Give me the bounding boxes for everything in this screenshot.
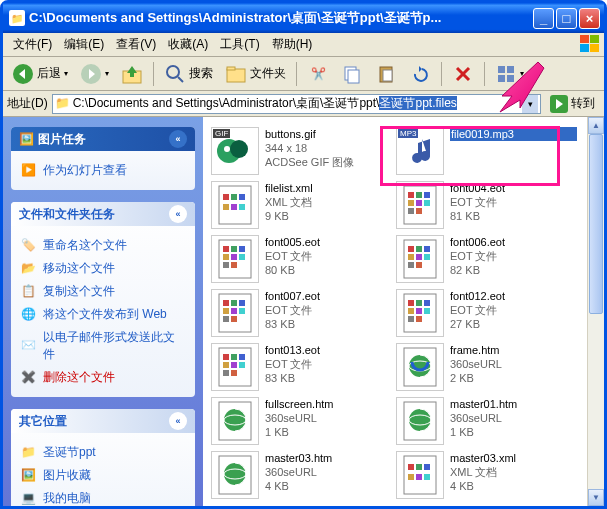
file-item[interactable]: GIFbuttons.gif344 x 18ACDSee GIF 图像 [209,125,394,179]
svg-rect-64 [231,308,237,314]
move-link[interactable]: 📂移动这个文件 [21,257,185,280]
pictures-link[interactable]: 🖼️图片收藏 [21,464,185,487]
menubar: 文件(F) 编辑(E) 查看(V) 收藏(A) 工具(T) 帮助(H) [3,33,604,57]
file-item[interactable]: font006.eotEOT 文件82 KB [394,233,579,287]
svg-rect-104 [424,474,430,480]
scroll-thumb[interactable] [589,134,603,314]
file-thumbnail [211,451,259,499]
svg-rect-103 [416,474,422,480]
other-places-header[interactable]: 其它位置 « [11,409,195,433]
delete-icon [452,63,474,85]
collapse-icon: « [169,412,187,430]
menu-help[interactable]: 帮助(H) [266,34,319,55]
cut-button[interactable]: ✂️ [302,60,334,88]
minimize-button[interactable]: _ [533,8,554,29]
svg-rect-76 [416,316,422,322]
menu-file[interactable]: 文件(F) [7,34,58,55]
file-tasks-header[interactable]: 文件和文件夹任务 « [11,202,195,226]
forward-button[interactable]: ▾ [75,60,114,88]
address-dropdown-icon[interactable]: ▾ [522,95,538,113]
delete-link[interactable]: ✖️删除这个文件 [21,366,185,389]
file-thumbnail [211,343,259,391]
view-slideshow-link[interactable]: ▶️作为幻灯片查看 [21,159,185,182]
file-meta: filelist.xmlXML 文档9 KB [265,181,392,231]
file-item[interactable]: font012.eotEOT 文件27 KB [394,287,579,341]
svg-point-23 [230,140,248,158]
file-type: 4 KB [450,479,577,493]
my-computer-link[interactable]: 💻我的电脑 [21,487,185,506]
svg-rect-63 [223,308,229,314]
file-type: ACDSee GIF 图像 [265,155,392,169]
file-type: 82 KB [450,263,577,277]
publish-icon: 🌐 [21,307,37,323]
file-item[interactable]: font013.eotEOT 文件83 KB [209,341,394,395]
svg-rect-31 [239,204,245,210]
svg-rect-81 [223,362,229,368]
address-input[interactable]: 📁 C:\Documents and Settings\Administrato… [52,94,541,114]
file-dimensions: EOT 文件 [450,195,577,209]
delete-button[interactable] [447,60,479,88]
svg-rect-42 [223,246,229,252]
scroll-up-button[interactable]: ▲ [588,117,604,134]
file-dimensions: XML 文档 [265,195,392,209]
file-item[interactable]: frame.htm360seURL2 KB [394,341,579,395]
file-item[interactable]: font007.eotEOT 文件83 KB [209,287,394,341]
maximize-button[interactable]: □ [556,8,577,29]
parent-folder-link[interactable]: 📁圣诞节ppt [21,441,185,464]
file-item[interactable]: MP3file0019.mp3 [394,125,579,179]
file-name: fullscreen.htm [265,397,392,411]
file-name: buttons.gif [265,127,392,141]
paste-button[interactable] [370,60,402,88]
collapse-icon: « [169,205,187,223]
svg-rect-65 [239,308,245,314]
file-thumbnail [396,235,444,283]
file-name: master01.htm [450,397,577,411]
file-dimensions: XML 文档 [450,465,577,479]
rename-link[interactable]: 🏷️重命名这个文件 [21,234,185,257]
menu-view[interactable]: 查看(V) [110,34,162,55]
views-button[interactable]: ▾ [490,60,529,88]
file-item[interactable]: fullscreen.htm360seURL1 KB [209,395,394,449]
back-button[interactable]: 后退 ▾ [7,60,73,88]
menu-tools[interactable]: 工具(T) [214,34,265,55]
undo-button[interactable] [404,60,436,88]
svg-rect-99 [408,464,414,470]
file-tasks-box: 文件和文件夹任务 « 🏷️重命名这个文件 📂移动这个文件 📋复制这个文件 🌐将这… [11,202,195,397]
search-button[interactable]: 搜索 [159,60,218,88]
file-item[interactable]: font004.eotEOT 文件81 KB [394,179,579,233]
file-name: font012.eot [450,289,577,303]
svg-rect-72 [408,308,414,314]
other-places-box: 其它位置 « 📁圣诞节ppt 🖼️图片收藏 💻我的电脑 🖧网上邻居 [11,409,195,506]
folders-label: 文件夹 [250,65,286,82]
folders-button[interactable]: 文件夹 [220,60,291,88]
scroll-down-button[interactable]: ▼ [588,489,604,506]
file-item[interactable]: filelist.xmlXML 文档9 KB [209,179,394,233]
file-type: 80 KB [265,263,392,277]
up-button[interactable] [116,60,148,88]
publish-link[interactable]: 🌐将这个文件发布到 Web [21,303,185,326]
svg-rect-28 [239,194,245,200]
svg-rect-33 [408,192,414,198]
svg-rect-0 [580,35,589,43]
svg-rect-83 [239,362,245,368]
close-button[interactable]: × [579,8,600,29]
file-item[interactable]: master03.htm360seURL4 KB [209,449,394,503]
undo-icon [409,63,431,85]
go-button[interactable]: 转到 [545,90,600,118]
copy-button[interactable] [336,60,368,88]
file-list[interactable]: GIFbuttons.gif344 x 18ACDSee GIF 图像MP3fi… [203,117,604,506]
file-item[interactable]: master01.htm360seURL1 KB [394,395,579,449]
file-item[interactable]: font005.eotEOT 文件80 KB [209,233,394,287]
file-thumbnail: MP3 [396,127,444,175]
copy-link[interactable]: 📋复制这个文件 [21,280,185,303]
file-name: master03.htm [265,451,392,465]
svg-rect-69 [408,300,414,306]
file-item[interactable]: master03.xmlXML 文档4 KB [394,449,579,503]
svg-rect-35 [424,192,430,198]
picture-tasks-header[interactable]: 🖼️图片任务 « [11,127,195,151]
svg-rect-45 [223,254,229,260]
scrollbar[interactable]: ▲ ▼ [587,117,604,506]
menu-edit[interactable]: 编辑(E) [58,34,110,55]
email-link[interactable]: ✉️以电子邮件形式发送此文件 [21,326,185,366]
menu-favorites[interactable]: 收藏(A) [162,34,214,55]
